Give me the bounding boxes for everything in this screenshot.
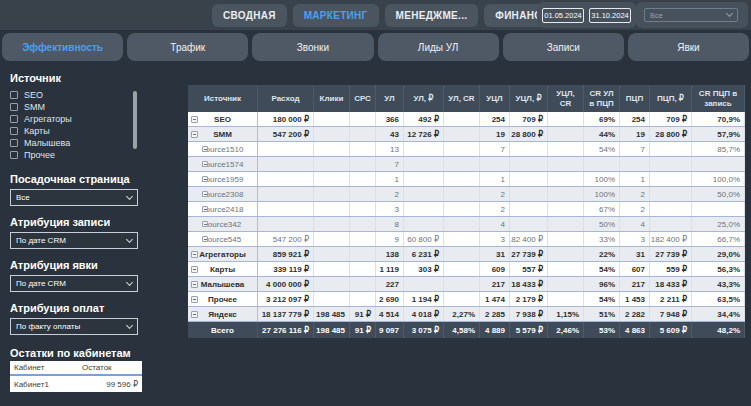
collapse-icon[interactable] (191, 251, 198, 258)
table-row: Агрегаторы859 921 ₽1386 231 ₽3127 739 ₽2… (188, 247, 745, 262)
table-cell: 2 690 (376, 292, 404, 306)
table-header-cell[interactable]: УЛ, ₽ (404, 85, 444, 112)
row-name: SMM (213, 130, 232, 139)
table-cell: 7 (620, 142, 650, 156)
table-header-cell[interactable]: CR УЛ в ПЦП (584, 85, 620, 112)
row-name: Агрегаторы (199, 250, 246, 259)
table-cell (650, 157, 692, 171)
collapse-icon[interactable] (202, 146, 208, 152)
attr-record-value: По дате CRM (16, 236, 66, 245)
footer-cell: 4 863 (620, 322, 650, 338)
footer-cell: 3 075 ₽ (404, 322, 444, 338)
table-cell: 27 739 ₽ (510, 247, 548, 261)
collapse-icon[interactable] (202, 176, 208, 182)
row-name-cell: SEO (188, 112, 258, 126)
table-header-cell[interactable]: ПЦП, ₽ (650, 85, 692, 112)
row-name: Прочее (208, 295, 237, 304)
table-header-cell[interactable]: Источник (188, 85, 258, 112)
table-header-cell[interactable]: ПЦП (620, 85, 650, 112)
checkbox-icon[interactable] (10, 103, 18, 111)
table-cell (350, 262, 376, 276)
table-header-row: ИсточникРасходКликиСРСУЛУЛ, ₽УЛ, CRУЦЛУЦ… (188, 85, 745, 112)
source-checkbox-item[interactable]: SEO (10, 89, 150, 101)
collapse-icon[interactable] (202, 161, 208, 167)
section-tab[interactable]: Трафик (127, 33, 248, 61)
table-header-cell[interactable]: УЛ, CR (444, 85, 480, 112)
table-cell: 70,9% (692, 112, 745, 126)
attr-visit-label: Атрибуция явки (10, 259, 186, 271)
landing-page-select[interactable]: Все (10, 189, 138, 206)
collapse-icon[interactable] (202, 221, 208, 227)
balances-amount-cell: 99 596 ₽ (82, 380, 142, 389)
collapse-icon[interactable] (202, 191, 208, 197)
table-row: SEO180 000 ₽366492 ₽254709 ₽69%254709 ₽7… (188, 112, 745, 127)
table-header-cell[interactable]: УЦЛ, ₽ (510, 85, 548, 112)
section-tab[interactable]: Лиды УЛ (378, 33, 499, 61)
date-from-input[interactable]: 01.05.2024 (542, 8, 584, 23)
source-checkbox-item[interactable]: Карты (10, 125, 150, 137)
section-tab[interactable]: Явки (628, 33, 749, 61)
checkbox-icon[interactable] (10, 151, 18, 159)
table-header-cell[interactable]: CR ПЦП в запись (692, 85, 745, 112)
top-nav-button[interactable]: СВОДНАЯ (212, 4, 287, 27)
table-cell: 25,0% (692, 217, 745, 231)
table-header-cell[interactable]: Расход (258, 85, 314, 112)
collapse-icon[interactable] (191, 281, 198, 288)
collapse-icon[interactable] (191, 296, 198, 303)
source-checkbox-item[interactable]: Малышева (10, 137, 150, 149)
table-cell (510, 172, 548, 186)
checkbox-label: SMM (24, 102, 45, 112)
scrollbar-thumb[interactable] (133, 91, 137, 149)
attr-visit-select[interactable]: По дате CRM (10, 275, 138, 292)
source-checkbox-item[interactable]: SMM (10, 101, 150, 113)
top-nav-button[interactable]: МАРКЕТИНГ (293, 4, 379, 27)
table-cell: 1 194 ₽ (404, 292, 444, 306)
checkbox-icon[interactable] (10, 139, 18, 147)
table-cell (314, 172, 350, 186)
source-checkbox-item[interactable]: Агрегаторы (10, 113, 150, 125)
table-cell (444, 277, 480, 291)
attr-record-select[interactable]: По дате CRM (10, 232, 138, 249)
balances-cabinet-cell: Кабинет1 (10, 380, 82, 389)
table-cell: 182 400 ₽ (650, 232, 692, 246)
table-cell: 2 179 ₽ (510, 292, 548, 306)
table-cell: 43,3% (692, 277, 745, 291)
global-filter-select[interactable]: Все (644, 8, 738, 22)
collapse-icon[interactable] (191, 266, 198, 273)
section-tab[interactable]: Эффективность (2, 33, 123, 61)
table-cell (258, 142, 314, 156)
table-cell (314, 292, 350, 306)
row-name-cell: source1510 (188, 142, 258, 156)
table-header-cell[interactable]: Клики (314, 85, 350, 112)
checkbox-icon[interactable] (10, 115, 18, 123)
balances-col-balance: Остаток (82, 363, 142, 372)
table-header-cell[interactable]: УЦЛ, CR (548, 85, 584, 112)
checkbox-icon[interactable] (10, 91, 18, 99)
table-cell (444, 112, 480, 126)
collapse-icon[interactable] (202, 206, 208, 212)
table-cell (314, 217, 350, 231)
source-checkbox-item[interactable]: Прочее (10, 149, 150, 161)
collapse-icon[interactable] (191, 311, 198, 318)
table-cell (350, 217, 376, 231)
section-tab[interactable]: Записи (503, 33, 624, 61)
attr-payment-select[interactable]: По факту оплаты (10, 318, 138, 335)
section-tab[interactable]: Звонки (252, 33, 373, 61)
table-header-cell[interactable]: УЦЛ (480, 85, 510, 112)
top-nav-button[interactable]: МЕНЕДЖМЕ... (385, 4, 479, 27)
table-cell (548, 142, 584, 156)
collapse-icon[interactable] (191, 131, 198, 138)
chevron-down-icon (126, 192, 133, 199)
table-cell: 217 (480, 277, 510, 291)
table-cell (404, 277, 444, 291)
row-name-cell: Малышева (188, 277, 258, 291)
balances-section: Остатки по кабинетам Кабинет Остаток Каб… (10, 347, 186, 392)
date-to-input[interactable]: 31.10.2024 (589, 8, 631, 23)
collapse-icon[interactable] (191, 116, 198, 123)
checkbox-icon[interactable] (10, 127, 18, 135)
table-header-cell[interactable]: УЛ (376, 85, 404, 112)
collapse-icon[interactable] (202, 236, 208, 242)
table-row: source195911100%1100,0% (188, 172, 745, 187)
table-cell: 18 137 779 ₽ (258, 307, 314, 321)
table-header-cell[interactable]: СРС (350, 85, 376, 112)
